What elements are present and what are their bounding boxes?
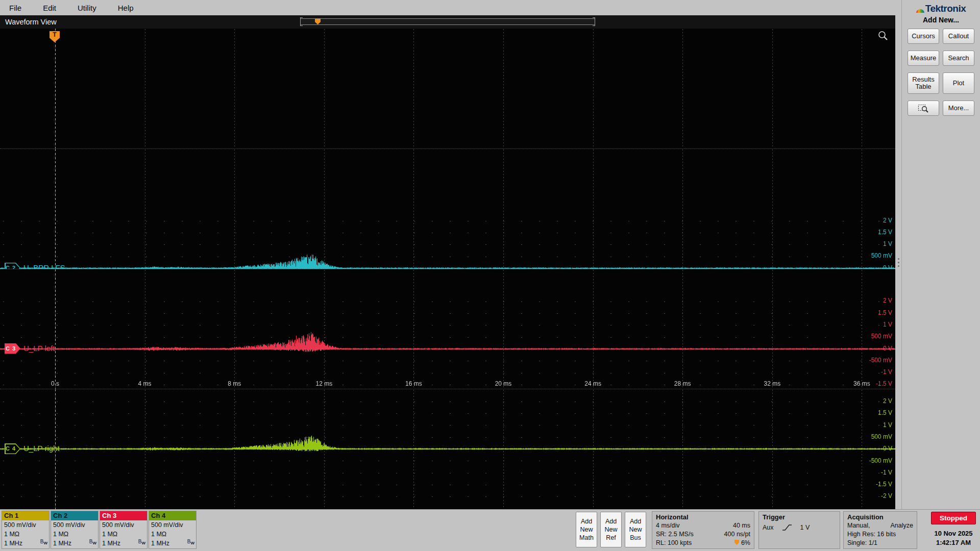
acquisition-single: Single: 1/1	[847, 539, 877, 547]
horizontal-title: Horizontal	[656, 513, 750, 521]
search-button[interactable]: Search	[943, 51, 974, 66]
horizontal-position-indicator[interactable]	[300, 18, 595, 25]
waveform-view: Waveform View 1.5 V1 V500 mV0 V-500 mV-1…	[0, 15, 895, 509]
waveform-slices: 1.5 V1 V500 mV0 V-500 mV-1 V-1.5 V-2 VC …	[0, 29, 895, 509]
voltage-scale-label: 2 V	[883, 217, 892, 224]
magnifier-icon[interactable]	[877, 30, 889, 41]
right-sidebar: Tektronix Add New... Cursors Callout Mea…	[901, 0, 980, 509]
add-new-label: Add New...	[902, 16, 980, 24]
time-axis-label: 8 ms	[228, 380, 241, 387]
record-left-bracket	[300, 17, 303, 26]
logo-text: Tektronix	[925, 3, 966, 14]
voltage-scale-label: 1.5 V	[878, 309, 892, 316]
menu-file[interactable]: File	[9, 4, 21, 12]
bandwidth-limit-icon: BW	[89, 537, 96, 548]
channel-scale: 500 mV/div	[51, 520, 98, 530]
bandwidth-limit-icon: BW	[40, 537, 47, 548]
time-axis-label: 4 ms	[138, 380, 152, 387]
voltage-scale-label: 1.5 V	[878, 229, 892, 236]
channel-footer-badge: Ch 4	[149, 511, 196, 520]
waveform-canvas-c4[interactable]	[0, 389, 895, 509]
trigger-panel[interactable]: Trigger Aux 1 V	[758, 511, 840, 549]
channel-badge-c3[interactable]: C 3	[5, 343, 20, 354]
time-axis-label: 28 ms	[674, 380, 691, 387]
voltage-scale-label: 1 V	[883, 421, 892, 429]
logo-swoosh-icon	[916, 9, 924, 13]
horizontal-panel[interactable]: Horizontal 4 ms/div 40 ms SR: 2.5 MS/s 4…	[652, 511, 754, 549]
channel-slice-c3: 2 V1.5 V1 V500 mV0 V-500 mV-1 V-1.5 V-2 …	[0, 269, 895, 389]
callout-button[interactable]: Callout	[943, 29, 974, 44]
channel-bandwidth: 1 MHzBW	[51, 539, 98, 548]
record-length: RL: 100 kpts	[656, 539, 692, 547]
more-button[interactable]: More...	[943, 101, 974, 116]
channel-bandwidth: 1 MHzBW	[149, 539, 196, 548]
status-date: 10 Nov 2025	[930, 530, 977, 537]
acquisition-detail: High Res: 16 bits	[847, 530, 896, 539]
voltage-scale-label: -2 V	[881, 492, 892, 499]
channel-bandwidth: 1 MHzBW	[2, 539, 49, 548]
time-axis-label: 32 ms	[764, 380, 780, 387]
channel-bandwidth: 1 MHzBW	[100, 539, 147, 548]
voltage-scale-label: 1 V	[883, 240, 892, 247]
trigger-source: Aux	[763, 522, 774, 533]
waveform-canvas-c1[interactable]	[0, 29, 895, 148]
voltage-scale-label: 1 V	[883, 321, 892, 328]
channel-footer-badge: Ch 1	[2, 511, 49, 520]
plot-button[interactable]: Plot	[943, 72, 974, 94]
menu-edit[interactable]: Edit	[43, 4, 56, 12]
time-axis-label: 12 ms	[315, 380, 332, 387]
menu-utility[interactable]: Utility	[78, 4, 96, 12]
voltage-scale-label: 1.5 V	[878, 409, 892, 416]
sample-rate: SR: 2.5 MS/s	[656, 530, 694, 539]
measure-button[interactable]: Measure	[908, 51, 939, 66]
panel-divider-handle[interactable]	[895, 15, 901, 509]
acquisition-mode: Manual,	[847, 521, 870, 530]
trigger-position-readout: 6%	[734, 539, 750, 547]
channel-scale: 500 mV/div	[2, 520, 49, 530]
sample-interval: 400 ns/pt	[724, 530, 750, 539]
channel-settings-ch4[interactable]: Ch 4500 mV/div1 MΩ1 MHzBW	[149, 511, 197, 549]
trigger-title: Trigger	[763, 513, 836, 521]
zoom-mode-button[interactable]	[908, 101, 939, 116]
channel-settings-ch1[interactable]: Ch 1500 mV/div1 MΩ1 MHzBW	[2, 511, 50, 549]
run-stop-button[interactable]: Stopped	[931, 512, 976, 524]
cursors-button[interactable]: Cursors	[908, 29, 939, 44]
waveform-view-title: Waveform View	[5, 18, 57, 26]
sidebar-button-grid: Cursors Callout Measure Search Results T…	[902, 29, 980, 116]
channel-slice-c4: 2 V1.5 V1 V500 mV0 V-500 mV-1 V-1.5 V-2 …	[0, 389, 895, 509]
channel-badge-c4[interactable]: C 4	[5, 443, 20, 454]
channel-scale: 500 mV/div	[100, 520, 147, 530]
bottom-bar: Ch 1500 mV/div1 MΩ1 MHzBWCh 2500 mV/div1…	[0, 509, 980, 551]
menu-bar: File Edit Utility Help	[0, 0, 901, 15]
bandwidth-limit-icon: BW	[187, 537, 194, 548]
channel-settings-ch3[interactable]: Ch 3500 mV/div1 MΩ1 MHzBW	[100, 511, 148, 549]
voltage-scale-label: 2 V	[883, 297, 892, 304]
channel-settings-blocks: Ch 1500 mV/div1 MΩ1 MHzBWCh 2500 mV/div1…	[2, 511, 197, 549]
add-new-buttons: Add New Math Add New Ref Add New Bus	[576, 512, 646, 547]
add-new-bus-button[interactable]: Add New Bus	[625, 512, 646, 547]
acquisition-panel[interactable]: Acquisition Manual, Analyze High Res: 16…	[843, 511, 917, 549]
voltage-scale-label: -1.5 V	[876, 380, 892, 387]
voltage-scale-label: 0 V	[883, 264, 892, 269]
time-axis-label: 36 ms	[853, 380, 870, 387]
voltage-scale-label: -1.5 V	[876, 481, 892, 488]
add-new-math-button[interactable]: Add New Math	[576, 512, 597, 547]
waveform-canvas-c3[interactable]	[0, 269, 895, 389]
trigger-position-marker[interactable]	[315, 19, 321, 24]
waveform-view-header: Waveform View	[0, 15, 895, 29]
tektronix-logo: Tektronix	[902, 0, 980, 14]
trigger-level: 1 V	[800, 522, 810, 533]
menu-help[interactable]: Help	[118, 4, 134, 12]
time-axis-label: 16 ms	[405, 380, 422, 387]
channel-footer-badge: Ch 3	[100, 511, 147, 520]
rising-edge-icon	[782, 524, 792, 531]
time-axis-label: 24 ms	[584, 380, 601, 387]
results-table-button[interactable]: Results Table	[908, 72, 939, 94]
channel-settings-ch2[interactable]: Ch 2500 mV/div1 MΩ1 MHzBW	[51, 511, 99, 549]
channel-footer-badge: Ch 2	[51, 511, 98, 520]
add-new-ref-button[interactable]: Add New Ref	[600, 512, 622, 547]
voltage-scale-label: 500 mV	[871, 252, 892, 259]
channel-badge-c2[interactable]: C 2	[5, 263, 20, 269]
horizontal-window: 40 ms	[733, 521, 750, 530]
waveform-canvas-c2[interactable]	[0, 149, 895, 269]
